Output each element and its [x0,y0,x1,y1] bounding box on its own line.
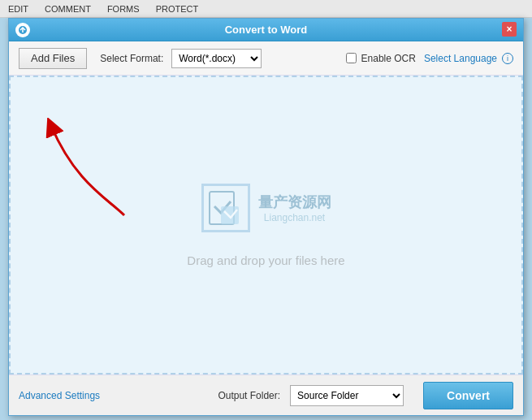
dialog-close-button[interactable]: × [502,22,517,37]
red-arrow [43,118,157,226]
ocr-area: Enable OCR Select Language i [346,53,513,64]
menu-forms[interactable]: FORMS [107,4,140,14]
convert-button[interactable]: Convert [423,382,513,409]
file-drop-area[interactable]: 量产资源网 Liangchan.net Drag and drop your f… [9,76,523,375]
menu-comment[interactable]: COMMENT [45,4,91,14]
output-folder-select[interactable]: Source FolderCustom Folder [290,385,404,406]
dialog-app-icon [15,23,30,37]
advanced-settings-link[interactable]: Advanced Settings [19,390,100,401]
watermark: 量产资源网 Liangchan.net Drag and drop your f… [187,184,344,267]
watermark-icon-box [201,184,250,232]
menu-edit[interactable]: EDIT [8,4,28,14]
dialog-body: Add Files Select Format: Word(*.docx)Wor… [9,41,523,415]
dialog-title: Convert to Word [225,24,308,36]
toolbar-row: Add Files Select Format: Word(*.docx)Wor… [9,41,523,76]
output-folder-label: Output Folder: [218,390,280,401]
info-icon[interactable]: i [502,53,513,64]
menu-protect[interactable]: PROTECT [156,4,199,14]
format-select[interactable]: Word(*.docx)Word(*.doc)RTF(*.rtf)Plain T… [171,49,262,68]
format-label: Select Format: [100,53,163,64]
select-language-link[interactable]: Select Language [424,53,497,64]
svg-rect-3 [221,206,239,224]
drag-drop-text: Drag and drop your files here [187,253,344,267]
watermark-site-url: Liangchan.net [258,212,331,223]
add-files-button[interactable]: Add Files [19,48,87,69]
convert-to-word-dialog: Convert to Word × Add Files Select Forma… [8,18,524,416]
watermark-logo: 量产资源网 Liangchan.net [201,184,331,232]
dialog-title-bar: Convert to Word × [9,19,523,41]
watermark-site-text: 量产资源网 Liangchan.net [258,193,331,223]
enable-ocr-checkbox[interactable] [346,53,357,63]
bottom-bar: Advanced Settings Output Folder: Source … [9,375,523,415]
ocr-label: Enable OCR [361,53,416,64]
app-bar: EDIT COMMENT FORMS PROTECT [0,0,532,18]
watermark-site-name: 量产资源网 [258,193,331,212]
